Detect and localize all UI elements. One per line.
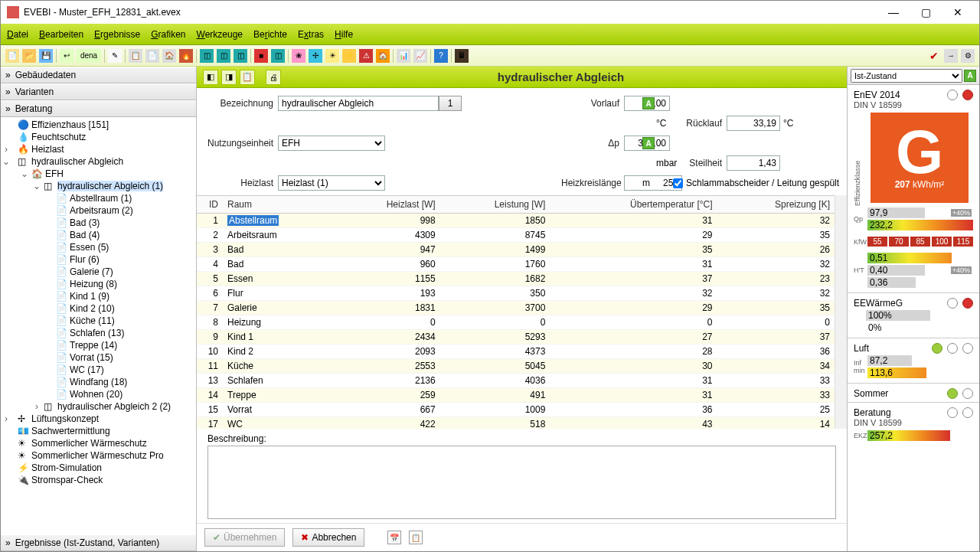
tree[interactable]: 🔵Effizienzhaus [151]💧Feuchtschutz›🔥Heizl… <box>1 117 196 534</box>
view-btn-1[interactable]: 📅 <box>387 531 401 544</box>
table-row[interactable]: 7Galerie183137002935 <box>197 301 835 315</box>
tree-item[interactable]: 📄Treppe (14) <box>1 339 196 351</box>
table-row[interactable]: 11Küche255350453034 <box>197 359 835 374</box>
tree-item[interactable]: ⌄◫hydraulischer Abgleich (1) <box>1 180 196 192</box>
scrollbar[interactable] <box>835 195 847 429</box>
section-beratung[interactable]: » Beratung <box>1 100 196 117</box>
tool-i[interactable]: ◫ <box>271 49 285 63</box>
tool-h[interactable]: ■ <box>254 49 268 63</box>
tree-item[interactable]: ›🔥Heizlast <box>1 143 196 155</box>
tree-item[interactable]: 💶Sachwertermittlung <box>1 425 196 437</box>
select-nutzungseinheit[interactable]: EFH <box>278 136 385 151</box>
view-btn-2[interactable]: 📋 <box>409 531 423 544</box>
menu-extras[interactable]: Extras <box>298 29 324 40</box>
uebernehmen-button[interactable]: ✔Übernehmen <box>204 528 285 547</box>
tool-edit[interactable]: ✎ <box>108 49 122 63</box>
tree-item[interactable]: ☀Sommerlicher Wärmeschutz <box>1 437 196 449</box>
menu-hilfe[interactable]: Hilfe <box>335 29 353 40</box>
tree-item[interactable]: 📄Wohnen (20) <box>1 388 196 400</box>
tree-item[interactable]: 📄Essen (5) <box>1 241 196 253</box>
tree-item[interactable]: 📄WC (17) <box>1 364 196 376</box>
tree-item[interactable]: ⌄🏠EFH <box>1 168 196 180</box>
tree-item[interactable]: ›◫hydraulischer Abgleich 2 (2) <box>1 400 196 413</box>
tree-item[interactable]: 📄Kind 1 (9) <box>1 290 196 302</box>
tool-c[interactable]: 🏠 <box>162 49 176 63</box>
tool-bolt[interactable]: ⚡ <box>342 49 356 63</box>
tree-item[interactable]: 📄Küche (11) <box>1 315 196 327</box>
tree-item[interactable]: ☀Sommerlicher Wärmeschutz Pro <box>1 449 196 462</box>
menu-ergebnisse[interactable]: Ergebnisse <box>94 29 140 40</box>
select-heizlast[interactable]: Heizlast (1) <box>278 175 385 191</box>
tool-gear[interactable]: ⚙ <box>961 49 975 63</box>
tool-check[interactable]: ✔ <box>927 49 941 63</box>
table-row[interactable]: 15Vorrat66710093625 <box>197 403 835 417</box>
table-row[interactable]: 3Bad94714993526 <box>197 243 835 257</box>
table-row[interactable]: 1Abstellraum99818503132 <box>197 214 835 228</box>
table-wrap[interactable]: IDRaumHeizlast [W]Leistung [W]Übertemper… <box>197 195 835 429</box>
tool-arrow[interactable]: → <box>944 49 958 63</box>
tool-k[interactable]: 📊 <box>397 49 410 63</box>
table-row[interactable]: 14Treppe2594913133 <box>197 388 835 403</box>
tree-item[interactable]: 🔌Stromspar-Check <box>1 474 196 486</box>
tool-a[interactable]: 📋 <box>129 49 142 63</box>
chk-schlamm[interactable] <box>673 178 683 188</box>
tool-dena[interactable]: dena <box>77 49 101 63</box>
hdr-btn-3[interactable]: 📋 <box>240 70 255 85</box>
tool-b[interactable]: 📄 <box>145 49 159 63</box>
menu-grafiken[interactable]: Grafiken <box>151 29 185 40</box>
tool-l[interactable]: 📈 <box>413 49 427 63</box>
tool-open[interactable]: 📂 <box>22 49 36 63</box>
menu-bearbeiten[interactable]: Bearbeiten <box>39 29 83 40</box>
section-ergebnisse[interactable]: » Ergebnisse (Ist-Zustand, Varianten) <box>1 534 196 551</box>
abbrechen-button[interactable]: ✖Abbrechen <box>292 528 364 547</box>
tree-item[interactable]: 📄Windfang (18) <box>1 376 196 388</box>
tree-item[interactable]: 📄Vorrat (15) <box>1 351 196 364</box>
menu-datei[interactable]: Datei <box>7 29 28 40</box>
section-varianten[interactable]: » Varianten <box>1 83 196 100</box>
input-ruecklauf[interactable] <box>727 116 780 131</box>
table-row[interactable]: 17WC4225184314 <box>197 417 835 430</box>
maximize-button[interactable]: ▢ <box>910 2 941 23</box>
tool-j[interactable]: ❀ <box>292 49 305 63</box>
tool-house[interactable]: 🏠 <box>376 49 390 63</box>
textarea-beschreibung[interactable] <box>207 446 836 519</box>
index-button[interactable]: 1 <box>439 96 462 111</box>
table-row[interactable]: 2Arbeitsraum430987452935 <box>197 228 835 243</box>
tree-item[interactable]: ⚡Strom-Simulation <box>1 462 196 474</box>
tool-new[interactable]: 📄 <box>5 49 19 63</box>
tree-item[interactable]: 📄Bad (4) <box>1 229 196 241</box>
table-row[interactable]: 8Heizung0000 <box>197 315 835 330</box>
badge-a-right[interactable]: A <box>964 70 976 82</box>
tool-help[interactable]: ? <box>434 49 448 63</box>
input-bezeichnung[interactable] <box>278 96 439 111</box>
tool-f[interactable]: ◫ <box>217 49 230 63</box>
tool-back[interactable]: ↩ <box>60 49 74 63</box>
table-row[interactable]: 13Schlafen213640363133 <box>197 374 835 388</box>
tree-item[interactable]: 📄Arbeitsraum (2) <box>1 204 196 217</box>
tool-e[interactable]: ◫ <box>200 49 214 63</box>
table-row[interactable]: 5Essen115516823723 <box>197 272 835 286</box>
tree-item[interactable]: 📄Bad (3) <box>1 217 196 229</box>
tool-d[interactable]: 🔥 <box>179 49 193 63</box>
menu-berichte[interactable]: Berichte <box>253 29 287 40</box>
tree-item[interactable]: 📄Abstellraum (1) <box>1 192 196 204</box>
menu-werkzeuge[interactable]: Werkzeuge <box>197 29 243 40</box>
tool-fan[interactable]: ✢ <box>309 49 322 63</box>
tool-calc[interactable]: 🖩 <box>455 49 469 63</box>
tool-g[interactable]: ◫ <box>234 49 247 63</box>
tool-sun[interactable]: ☀ <box>325 49 339 63</box>
tool-save[interactable]: 💾 <box>39 49 53 63</box>
close-button[interactable]: ✕ <box>942 2 973 23</box>
tree-item[interactable]: 📄Schlafen (13) <box>1 327 196 339</box>
tree-item[interactable]: 📄Kind 2 (10) <box>1 302 196 315</box>
tree-item[interactable]: 📄Galerie (7) <box>1 266 196 278</box>
hdr-btn-2[interactable]: ◨ <box>221 70 237 85</box>
tree-item[interactable]: 📄Heizung (8) <box>1 278 196 290</box>
table-row[interactable]: 6Flur1933503232 <box>197 286 835 301</box>
section-gebaeudedaten[interactable]: » Gebäudedaten <box>1 67 196 83</box>
tree-item[interactable]: 🔵Effizienzhaus [151] <box>1 119 196 131</box>
tree-item[interactable]: ›✢Lüftungskonzept <box>1 413 196 425</box>
minimize-button[interactable]: — <box>878 2 909 23</box>
tree-item[interactable]: 💧Feuchtschutz <box>1 131 196 143</box>
tool-plug[interactable]: ⚠ <box>359 49 373 63</box>
